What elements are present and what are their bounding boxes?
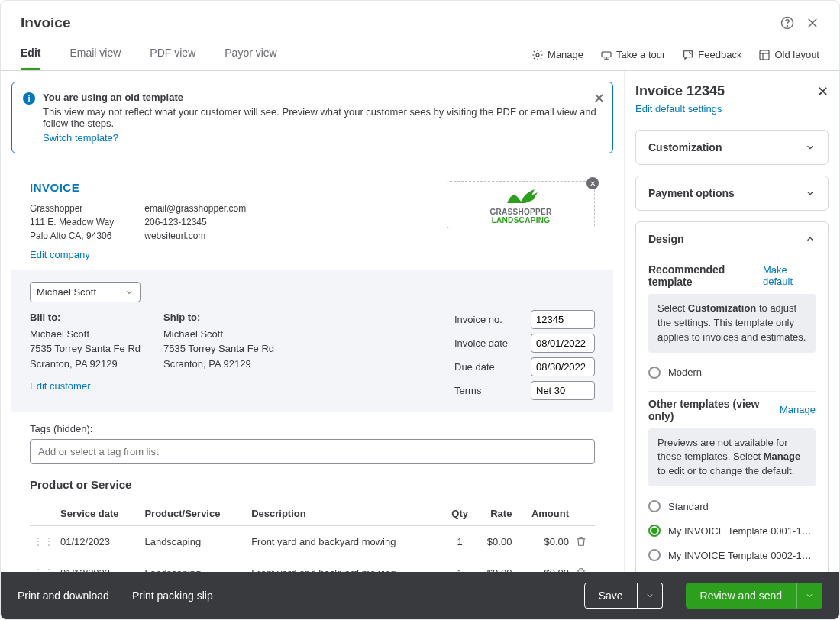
old-layout-action[interactable]: Old layout xyxy=(758,49,819,61)
payment-accordion[interactable]: Payment options xyxy=(635,176,829,211)
feedback-icon xyxy=(682,49,694,61)
edit-company-link[interactable]: Edit company xyxy=(30,249,246,260)
company-name: Grasshopper xyxy=(30,202,114,215)
make-default-link[interactable]: Make default xyxy=(763,264,816,287)
dialog-header: Invoice xyxy=(1,1,839,39)
tab-payor-view[interactable]: Payor view xyxy=(225,39,276,70)
design-accordion: Design Recommended template Make default… xyxy=(635,221,829,572)
layout-icon xyxy=(758,49,771,61)
edit-customer-link[interactable]: Edit customer xyxy=(30,379,141,394)
page-title: Invoice xyxy=(21,15,70,31)
svg-rect-4 xyxy=(760,50,769,60)
template-standard[interactable]: Standard xyxy=(648,494,816,518)
template-modern[interactable]: Modern xyxy=(648,360,816,385)
svg-rect-3 xyxy=(602,52,611,57)
tab-bar: EditEmail viewPDF viewPayor view Manage … xyxy=(1,39,839,71)
chevron-down-icon xyxy=(645,591,654,600)
customization-accordion[interactable]: Customization xyxy=(635,130,829,165)
line-items-table: Service date Product/Service Description… xyxy=(30,502,595,572)
tab-pdf-view[interactable]: PDF view xyxy=(150,39,195,70)
invoice-date-input[interactable] xyxy=(531,334,595,353)
gear-icon xyxy=(531,49,544,61)
products-heading: Product or Service xyxy=(30,478,595,491)
close-icon[interactable] xyxy=(806,15,819,31)
table-row[interactable]: ⋮⋮ 01/12/2023 Landscaping Front yard and… xyxy=(30,526,595,557)
side-title: Invoice 12345 xyxy=(635,83,725,99)
save-button[interactable]: Save xyxy=(584,583,638,609)
manage-templates-link[interactable]: Manage xyxy=(780,404,816,415)
print-download-link[interactable]: Print and download xyxy=(18,589,109,602)
drag-handle-icon[interactable]: ⋮⋮ xyxy=(33,567,54,572)
tab-email-view[interactable]: Email view xyxy=(69,39,121,70)
tab-edit[interactable]: Edit xyxy=(21,39,40,70)
svg-point-2 xyxy=(536,53,539,57)
switch-template-link[interactable]: Switch template? xyxy=(43,132,602,144)
chevron-down-icon xyxy=(805,142,816,153)
svg-point-1 xyxy=(787,26,788,27)
chevron-down-icon xyxy=(805,591,814,600)
review-dropdown[interactable] xyxy=(796,583,822,609)
terms-input[interactable] xyxy=(531,381,595,400)
company-email: email@grasshopper.com xyxy=(144,202,246,215)
company-addr2: Palo Alto CA, 94306 xyxy=(30,229,114,243)
footer-bar: Print and download Print packing slip Sa… xyxy=(1,572,839,619)
delete-row-icon[interactable] xyxy=(575,535,592,547)
ship-to-block: Ship to: Michael Scott 7535 Torrey Santa… xyxy=(163,310,274,400)
template-custom-2[interactable]: My INVOICE Template 0002-10-27-202… xyxy=(648,543,816,567)
review-send-button[interactable]: Review and send xyxy=(686,583,796,609)
table-row[interactable]: ⋮⋮ 01/12/2023 Landscaping Front yard and… xyxy=(30,557,595,573)
bill-to-block: Bill to: Michael Scott 7535 Torrey Santa… xyxy=(30,310,141,400)
grasshopper-logo-icon xyxy=(502,185,539,206)
tour-action[interactable]: Take a tour xyxy=(600,49,665,61)
chevron-down-icon xyxy=(124,288,134,297)
banner-body: This view may not reflect what your cust… xyxy=(43,106,602,129)
banner-close-icon[interactable]: ✕ xyxy=(593,90,605,107)
edit-defaults-link[interactable]: Edit default settings xyxy=(635,103,829,115)
invoice-heading: INVOICE xyxy=(30,181,246,194)
remove-logo-icon[interactable]: ✕ xyxy=(586,177,599,189)
old-template-banner: i You are using an old template This vie… xyxy=(11,82,613,153)
banner-title: You are using an old template xyxy=(43,92,602,103)
side-panel: Invoice 12345 ✕ Edit default settings Cu… xyxy=(624,71,839,572)
logo-upload[interactable]: GRASSHOPPERLANDSCAPING ✕ xyxy=(447,181,595,228)
customer-select[interactable]: Michael Scott xyxy=(30,282,141,302)
help-icon[interactable] xyxy=(780,15,795,31)
print-slip-link[interactable]: Print packing slip xyxy=(132,589,213,602)
delete-row-icon[interactable] xyxy=(575,567,592,572)
manage-action[interactable]: Manage xyxy=(531,49,583,61)
info-icon: i xyxy=(23,92,35,105)
tags-label: Tags (hidden): xyxy=(30,423,595,434)
company-addr1: 111 E. Meadow Way xyxy=(30,215,114,229)
recommended-hint: Select Customization to adjust the setti… xyxy=(648,294,816,353)
company-web: websiteurl.com xyxy=(144,229,246,243)
tags-input[interactable] xyxy=(30,439,595,464)
due-date-input[interactable] xyxy=(531,357,595,376)
feedback-action[interactable]: Feedback xyxy=(682,49,741,61)
invoice-no-input[interactable] xyxy=(531,310,595,329)
company-phone: 206-123-12345 xyxy=(144,215,246,229)
chevron-down-icon xyxy=(805,188,816,199)
template-custom-1[interactable]: My INVOICE Template 0001-10-27-202… xyxy=(648,518,816,543)
chevron-up-icon xyxy=(805,234,816,244)
other-hint: Previews are not available for these tem… xyxy=(648,428,816,487)
drag-handle-icon[interactable]: ⋮⋮ xyxy=(33,535,54,547)
side-close-icon[interactable]: ✕ xyxy=(817,83,829,100)
save-dropdown[interactable] xyxy=(638,583,663,609)
tour-icon xyxy=(600,49,612,61)
